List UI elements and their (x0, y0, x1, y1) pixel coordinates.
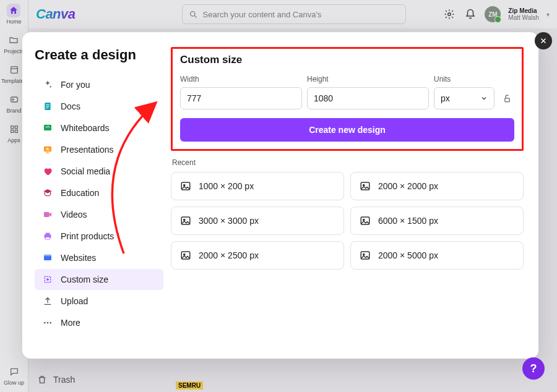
image-icon (180, 215, 191, 226)
menu-item-label: Print products (61, 231, 114, 241)
recent-size-label: 1000 × 200 px (199, 181, 254, 191)
recent-size-item[interactable]: 3000 × 3000 px (171, 207, 344, 235)
menu-item-label: Upload (61, 296, 88, 306)
menu-item-presentation[interactable]: Presentations (35, 139, 163, 160)
units-label: Units (434, 75, 494, 83)
height-field: Height (307, 75, 429, 109)
menu-item-label: Whiteboards (61, 123, 110, 133)
height-label: Height (307, 75, 429, 83)
close-icon (540, 37, 547, 45)
menu-item-upload[interactable]: Upload (35, 291, 163, 312)
chevron-down-icon (480, 95, 488, 102)
video-icon (42, 209, 53, 220)
sparkle-icon (42, 79, 53, 90)
svg-point-29 (363, 184, 365, 185)
menu-item-label: Docs (61, 101, 80, 111)
menu-item-whiteboard[interactable]: Whiteboards (35, 117, 163, 138)
height-input[interactable] (307, 87, 429, 109)
recent-size-label: 2000 × 5000 px (378, 250, 438, 260)
units-value: px (441, 93, 450, 103)
lock-open-icon (503, 94, 512, 103)
svg-point-27 (184, 184, 185, 185)
recent-size-label: 3000 × 3000 px (199, 216, 259, 226)
modal-content: Custom size Width Height Units px (166, 32, 538, 359)
menu-item-label: Websites (61, 253, 96, 263)
modal-sidebar: Create a design For youDocsWhiteboardsPr… (22, 32, 166, 359)
menu-item-customsize[interactable]: Custom size (35, 269, 163, 290)
website-icon (42, 252, 53, 263)
svg-point-23 (47, 322, 49, 324)
modal-title: Create a design (35, 47, 166, 63)
svg-point-37 (363, 254, 365, 255)
design-type-menu: For youDocsWhiteboardsPresentationsSocia… (35, 74, 166, 333)
help-button[interactable]: ? (522, 357, 545, 380)
svg-rect-25 (504, 98, 509, 101)
menu-item-label: For you (61, 80, 90, 90)
custom-size-title: Custom size (180, 54, 514, 66)
svg-rect-20 (44, 255, 51, 257)
recent-size-item[interactable]: 6000 × 1500 px (350, 207, 524, 235)
recent-size-label: 6000 × 1500 px (378, 216, 438, 226)
recent-sizes-grid: 1000 × 200 px2000 × 2000 px3000 × 3000 p… (171, 172, 524, 270)
recent-size-item[interactable]: 2000 × 2000 px (350, 172, 524, 200)
menu-item-social[interactable]: Social media (35, 161, 163, 182)
width-input[interactable] (180, 87, 302, 109)
whiteboard-icon (42, 122, 53, 134)
image-icon (360, 250, 371, 261)
svg-rect-15 (44, 212, 50, 217)
menu-item-more[interactable]: More (35, 312, 163, 333)
upload-icon (42, 296, 53, 307)
menu-item-education[interactable]: Education (35, 182, 163, 203)
menu-item-label: Videos (61, 210, 87, 219)
menu-item-label: Custom size (61, 275, 108, 284)
menu-item-label: Presentations (61, 145, 114, 155)
print-icon (42, 231, 53, 242)
education-icon (42, 187, 53, 198)
image-icon (180, 181, 191, 192)
menu-item-label: More (61, 318, 80, 328)
close-button[interactable] (535, 32, 552, 49)
svg-rect-18 (46, 237, 50, 239)
recent-size-item[interactable]: 2000 × 2500 px (171, 241, 344, 270)
menu-item-website[interactable]: Websites (35, 247, 163, 268)
units-select[interactable]: px (434, 87, 494, 109)
menu-item-print[interactable]: Print products (35, 226, 163, 247)
lock-aspect-button[interactable] (499, 87, 514, 109)
recent-label: Recent (172, 158, 524, 167)
width-label: Width (180, 75, 302, 83)
social-icon (42, 166, 53, 177)
image-icon (360, 181, 371, 192)
recent-size-item[interactable]: 2000 × 5000 px (350, 241, 524, 270)
svg-point-24 (50, 322, 51, 324)
presentation-icon (42, 144, 53, 155)
units-field: Units px (434, 75, 494, 109)
image-icon (360, 215, 371, 226)
menu-item-label: Education (61, 188, 99, 198)
create-new-design-button[interactable]: Create new design (180, 118, 514, 142)
custom-size-panel: Custom size Width Height Units px (171, 47, 524, 151)
create-design-modal: Create a design For youDocsWhiteboardsPr… (22, 32, 538, 359)
svg-rect-12 (46, 108, 48, 108)
menu-item-label: Social media (61, 166, 110, 176)
more-icon (42, 317, 53, 328)
svg-rect-13 (44, 125, 51, 130)
doc-icon (42, 101, 53, 112)
svg-point-31 (184, 219, 185, 220)
recent-size-label: 2000 × 2500 px (199, 250, 259, 260)
image-icon (180, 250, 191, 261)
menu-item-sparkle[interactable]: For you (35, 74, 163, 95)
svg-rect-11 (46, 106, 49, 106)
svg-point-33 (363, 219, 365, 220)
customsize-icon (42, 274, 53, 285)
svg-rect-17 (46, 233, 50, 235)
menu-item-video[interactable]: Videos (35, 204, 163, 225)
recent-size-item[interactable]: 1000 × 200 px (171, 172, 344, 200)
width-field: Width (180, 75, 302, 109)
recent-size-label: 2000 × 2000 px (378, 181, 438, 191)
svg-rect-10 (46, 104, 49, 105)
svg-point-22 (44, 322, 46, 324)
svg-point-35 (184, 254, 185, 255)
menu-item-doc[interactable]: Docs (35, 96, 163, 117)
